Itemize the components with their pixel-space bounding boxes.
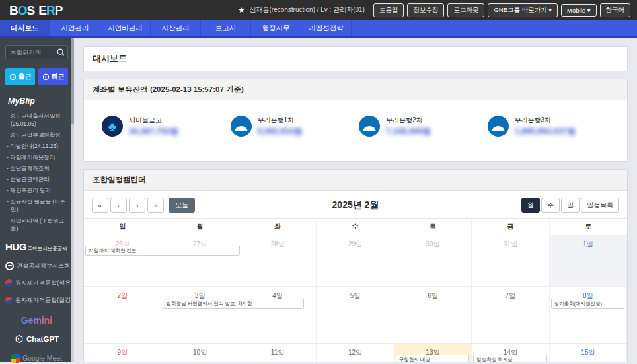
calendar-cell[interactable]: 3일 bbox=[161, 287, 239, 343]
calendar-cell[interactable]: 6일 bbox=[394, 287, 472, 343]
clock-out-label: 퇴근 bbox=[52, 72, 65, 81]
calendar-cell[interactable]: 11일 bbox=[239, 344, 317, 362]
account-card-woori-3[interactable]: 우리은행3차 1,890,993,537원 bbox=[487, 115, 616, 137]
view-list-button[interactable]: 일정목록 bbox=[581, 198, 619, 213]
calendar-event[interactable]: 구청협의 내방 bbox=[396, 355, 469, 362]
prev-month-button[interactable]: ‹ bbox=[110, 198, 127, 213]
sidebar-item-file-layout[interactable]: 파일레이아웃정리 bbox=[5, 153, 68, 161]
view-day-button[interactable]: 일 bbox=[561, 198, 580, 213]
day-header-sun: 일 bbox=[84, 219, 161, 235]
favorite-star-icon[interactable]: ★ bbox=[239, 6, 245, 15]
clock-out-button[interactable]: 퇴근 bbox=[38, 68, 68, 85]
calendar-cell[interactable]: 12일 bbox=[317, 344, 394, 362]
sidebar-item-new-asset[interactable]: 신규자산 원금용 (이주민) bbox=[5, 198, 68, 214]
sidebar-scrollbar[interactable] bbox=[71, 38, 74, 362]
calendar-cell[interactable]: 15일 bbox=[550, 344, 627, 362]
calendar-cell[interactable]: 2일 bbox=[84, 287, 161, 343]
raw-material-oil-link[interactable]: 원자재가격동향(석유) bbox=[5, 279, 68, 287]
hug-link[interactable]: HUG주택도시보증공사 bbox=[5, 241, 68, 253]
account-bank-name: 우리은행1차 bbox=[258, 116, 303, 125]
prev-year-button[interactable]: « bbox=[92, 198, 108, 213]
mobile-button[interactable]: Mobile ▾ bbox=[561, 4, 596, 17]
account-bank-name: 우리은행3차 bbox=[515, 116, 576, 125]
logo-letter: R bbox=[46, 3, 55, 17]
app-logo[interactable]: BOSERP bbox=[9, 4, 62, 17]
gemini-logo: Gemini bbox=[21, 315, 52, 326]
main-nav: 대시보드 사업관리 사업비관리 자산관리 보고서 행정사무 리멘션전략 bbox=[0, 20, 637, 38]
header-right-group: ★ 심재윤(reconstruction) / Lv : 관리자(01) 도움말… bbox=[239, 3, 630, 17]
gnb-group-shortcut-button[interactable]: GNB그룹 바로가기 ▾ bbox=[488, 3, 558, 17]
search-icon[interactable] bbox=[56, 48, 65, 57]
calendar-event[interactable]: 정기총회(대의원선정) bbox=[551, 299, 624, 309]
logo-letter: S bbox=[27, 3, 35, 17]
google-meet-label: Google Meet bbox=[22, 354, 62, 362]
top-header: BOSERP ★ 심재윤(reconstruction) / Lv : 관리자(… bbox=[0, 0, 637, 20]
view-month-button[interactable]: 월 bbox=[521, 198, 540, 213]
logo-letter: P bbox=[55, 3, 63, 17]
hug-sub-label: 주택도시보증공사 bbox=[28, 246, 67, 252]
account-bank-name: 새마을금고 bbox=[129, 116, 178, 125]
next-year-button[interactable]: » bbox=[147, 198, 164, 213]
account-card-mg[interactable]: ♣ 새마을금고 26,387,753원 bbox=[101, 115, 230, 137]
day-header-wed: 수 bbox=[317, 219, 394, 235]
calendar-cell[interactable]: 27일 bbox=[161, 235, 239, 286]
help-button[interactable]: 도움말 bbox=[373, 3, 404, 17]
calendar-cell[interactable]: 9일 bbox=[84, 344, 161, 362]
sidebar-item-overdue-notice[interactable]: 미납안내(24.12.25) bbox=[5, 142, 68, 150]
calendar-cell[interactable]: 5일 bbox=[317, 287, 394, 343]
account-card-woori-1[interactable]: 우리은행1차 5,092,910원 bbox=[230, 115, 359, 137]
calendar-cell[interactable]: 29일 bbox=[317, 235, 394, 286]
google-meet-link[interactable]: Google Meet bbox=[5, 354, 68, 363]
gemini-link[interactable]: Gemini bbox=[5, 315, 68, 326]
nav-item-admin-affairs[interactable]: 행정사무 bbox=[251, 20, 301, 36]
calendar-cell[interactable]: 1일 bbox=[550, 235, 627, 286]
account-amount-blurred: 7,108,069원 bbox=[386, 126, 431, 137]
raw-material-steel-link[interactable]: 원자재가격동향(철강) bbox=[5, 296, 68, 305]
logo-letter: E bbox=[38, 3, 46, 17]
logo-letter: B bbox=[9, 3, 18, 17]
woori-bank-icon bbox=[358, 115, 381, 137]
account-bank-name: 우리은행2차 bbox=[386, 116, 431, 125]
construction-info-system-link[interactable]: 건설공사정보시스템 bbox=[5, 262, 68, 270]
calendar-cell[interactable]: 31일 bbox=[472, 235, 549, 286]
nav-item-asset-mgmt[interactable]: 자산관리 bbox=[151, 20, 201, 36]
calendar-event[interactable]: 21일까지 계획안 검토 bbox=[85, 246, 240, 256]
today-button[interactable]: 오늘 bbox=[169, 198, 195, 213]
language-button[interactable]: 한국어 bbox=[600, 3, 631, 17]
nav-item-strategy[interactable]: 리멘션전략 bbox=[301, 20, 352, 36]
sidebar-item-business-cost-detail[interactable]: 사업비내역 (조합원그룹) bbox=[5, 217, 68, 233]
account-balance-panel: 계좌별 보유잔액 (2025-02-13 15:57:07 기준) ♣ 새마을금… bbox=[83, 79, 628, 162]
calendar-cell[interactable]: 7일 bbox=[472, 287, 549, 343]
calendar-week-row: 9일 10일 11일 12일 13일 14일 15일 구청협의 내방 일정확정 … bbox=[84, 344, 627, 362]
calendar-cell[interactable]: 8일 bbox=[550, 287, 627, 343]
calendar-event[interactable]: 김희경님 서면결의서 접수 받고, 처리함 bbox=[163, 299, 304, 309]
calendar-cell[interactable]: 10일 bbox=[161, 344, 239, 362]
chatgpt-label: ChatGPT bbox=[26, 335, 59, 343]
day-header-thu: 목 bbox=[394, 219, 472, 235]
sidebar-item-prepayment-amount[interactable]: 선납금금액관리 bbox=[5, 175, 68, 183]
sidebar-item-reconstruction-mgmt[interactable]: 재건축관리 당기 bbox=[5, 186, 68, 194]
clock-in-button[interactable]: 출근 bbox=[5, 68, 35, 85]
sidebar-item-prepayment-account[interactable]: 선납금계좌조회 bbox=[5, 164, 68, 172]
page-title-panel: 대시보드 bbox=[83, 46, 628, 71]
view-week-button[interactable]: 주 bbox=[541, 198, 560, 213]
calendar-cell[interactable]: 28일 bbox=[239, 235, 317, 286]
chatgpt-link[interactable]: ChatGPT bbox=[5, 334, 68, 344]
nav-item-dashboard[interactable]: 대시보드 bbox=[0, 20, 50, 36]
sidebar-item-loan-schedule[interactable]: 중도금대출지서일정(25.01.05) bbox=[5, 112, 68, 128]
logout-button[interactable]: 로그아웃 bbox=[447, 3, 484, 17]
day-header-fri: 금 bbox=[472, 219, 549, 235]
nav-item-business-cost-mgmt[interactable]: 사업비관리 bbox=[100, 20, 151, 36]
calendar-cell[interactable]: 30일 bbox=[394, 235, 472, 286]
account-amount-blurred: 5,092,910원 bbox=[258, 126, 303, 137]
calendar-cell[interactable]: 26일 bbox=[84, 235, 161, 286]
nav-item-reports[interactable]: 보고서 bbox=[201, 20, 251, 36]
calendar-event[interactable]: 일정확정 회의실 bbox=[473, 355, 546, 362]
sidebar-item-payment-confirm[interactable]: 중도금납부결의확정 bbox=[5, 131, 68, 139]
edit-info-button[interactable]: 정보수정 bbox=[407, 3, 444, 17]
nav-item-business-mgmt[interactable]: 사업관리 bbox=[50, 20, 100, 36]
next-month-button[interactable]: › bbox=[129, 198, 145, 213]
woori-bank-icon bbox=[230, 115, 252, 137]
account-card-woori-2[interactable]: 우리은행2차 7,108,069원 bbox=[358, 115, 487, 137]
calendar-cell[interactable]: 4일 bbox=[239, 287, 317, 343]
